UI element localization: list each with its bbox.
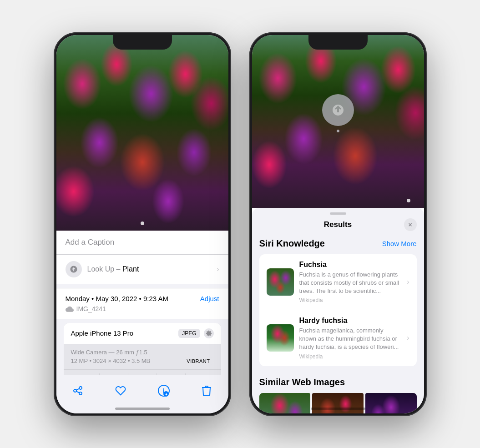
left-screen-content: Add a Caption Look Up – Plant › [56, 35, 228, 413]
visual-search-bubble[interactable] [322, 94, 354, 126]
right-phone: Results × Siri Knowledge Show More [249, 32, 427, 416]
right-photo-indicator [407, 199, 410, 202]
home-bar [115, 408, 170, 410]
hardy-fuchsia-source: Wikipedia [299, 353, 402, 360]
knowledge-card: Fuchsia Fuchsia is a genus of flowering … [259, 254, 417, 366]
show-more-button[interactable]: Show More [382, 240, 417, 247]
results-close-button[interactable]: × [404, 218, 417, 231]
device-badges: JPEG [178, 328, 213, 338]
adjust-button[interactable]: Adjust [200, 295, 219, 302]
device-section: Apple iPhone 13 Pro JPEG [64, 323, 221, 375]
siri-knowledge-section: Siri Knowledge Show More Fuchsia Fuchsia… [252, 235, 424, 372]
results-panel: Results × Siri Knowledge Show More [252, 208, 424, 413]
right-phone-screen: Results × Siri Knowledge Show More [252, 35, 424, 413]
device-name: Apple iPhone 13 Pro [71, 329, 134, 337]
photo-page-indicator [141, 221, 144, 225]
photo-display[interactable] [56, 35, 228, 231]
favorite-button[interactable] [111, 381, 131, 401]
fuchsia-name: Fuchsia [299, 261, 402, 269]
left-phone: Add a Caption Look Up – Plant › [54, 32, 231, 416]
device-row: Apple iPhone 13 Pro JPEG [64, 323, 221, 344]
svg-text:✦: ✦ [164, 393, 167, 397]
siri-section-header: Siri Knowledge Show More [259, 235, 417, 254]
info-area: Add a Caption Look Up – Plant › [56, 231, 228, 375]
info-button[interactable]: i ✦ [154, 381, 174, 401]
lookup-section[interactable]: Look Up – Plant › [56, 255, 228, 284]
hardy-fuchsia-info: Hardy fuchsia Fuchsia magellanica, commo… [299, 317, 402, 360]
right-screen-content: Results × Siri Knowledge Show More [252, 35, 424, 413]
camera-resolution: 12 MP • 3024 × 4032 • 3.5 MB [71, 357, 151, 364]
right-photo-display[interactable] [252, 35, 424, 208]
style-badge: VIBRANT [183, 357, 213, 365]
exif-row: ISO 50 26 mm 0 ev ƒ1.5 1/181 s [64, 369, 221, 375]
similar-images-row [259, 393, 417, 413]
share-button[interactable] [68, 381, 88, 401]
hardy-fuchsia-thumbnail [267, 324, 294, 352]
camera-settings-icon[interactable] [204, 328, 214, 338]
hardy-fuchsia-chevron-icon: › [407, 334, 409, 342]
results-title: Results [324, 220, 352, 229]
results-header: Results × [252, 215, 424, 235]
fuchsia-thumbnail [267, 268, 294, 296]
filename-row: IMG_4241 [66, 305, 219, 312]
left-phone-screen: Add a Caption Look Up – Plant › [56, 35, 228, 413]
caption-section[interactable]: Add a Caption [56, 231, 228, 255]
right-notch [308, 35, 368, 50]
fuchsia-info: Fuchsia Fuchsia is a genus of flowering … [299, 261, 402, 304]
knowledge-item-hardy-fuchsia[interactable]: Hardy fuchsia Fuchsia magellanica, commo… [259, 310, 417, 366]
photo-date: Monday • May 30, 2022 • 9:23 AM [66, 295, 168, 302]
siri-knowledge-title: Siri Knowledge [259, 238, 325, 249]
caption-input[interactable]: Add a Caption [66, 238, 115, 247]
fuchsia-source: Wikipedia [299, 297, 402, 303]
similar-image-3[interactable] [365, 393, 417, 413]
similar-web-title: Similar Web Images [259, 372, 417, 393]
delete-button[interactable] [197, 381, 217, 401]
bubble-connector-dot [337, 130, 339, 132]
lookup-chevron-icon: › [217, 265, 219, 273]
format-badge: JPEG [178, 329, 200, 338]
camera-specs: Wide Camera — 26 mm ƒ1.5 12 MP • 3024 × … [64, 344, 221, 369]
lookup-icon [66, 261, 82, 277]
notch [113, 35, 172, 50]
hardy-fuchsia-name: Hardy fuchsia [299, 317, 402, 325]
metadata-section: Monday • May 30, 2022 • 9:23 AM Adjust I… [56, 288, 228, 319]
hardy-fuchsia-description: Fuchsia magellanica, commonly known as t… [299, 327, 402, 352]
camera-type: Wide Camera — 26 mm ƒ1.5 [71, 349, 214, 356]
similar-image-2[interactable] [312, 393, 364, 413]
lookup-label: Look Up – Plant [87, 265, 139, 273]
flower-photo [56, 35, 228, 231]
fuchsia-description: Fuchsia is a genus of flowering plants t… [299, 271, 402, 296]
similar-image-1[interactable] [259, 393, 311, 413]
knowledge-item-fuchsia[interactable]: Fuchsia Fuchsia is a genus of flowering … [259, 254, 417, 311]
fuchsia-chevron-icon: › [407, 278, 409, 286]
right-home-bar [311, 408, 365, 410]
